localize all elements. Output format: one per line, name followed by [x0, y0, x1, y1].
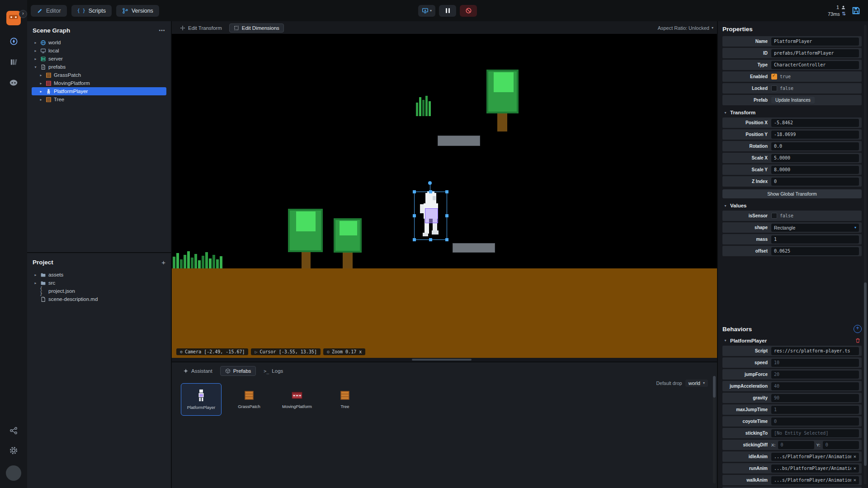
- tree-item-local[interactable]: ▸ local: [32, 47, 166, 55]
- speed-field[interactable]: 10: [771, 359, 859, 367]
- chevron-right-icon[interactable]: ▸: [39, 89, 43, 94]
- prefab-card-grasspatch[interactable]: GrassPatch: [229, 383, 269, 416]
- scale-x-field[interactable]: 5.0000: [771, 154, 859, 162]
- scene-tree-left-foliage[interactable]: [288, 209, 323, 252]
- scene-platform-lower[interactable]: [453, 243, 495, 253]
- position-x-field[interactable]: -5.8462: [771, 119, 859, 127]
- tab-edit-transform[interactable]: Edit Transform: [175, 23, 226, 33]
- project-item-src[interactable]: ▸ src: [32, 279, 166, 287]
- coyotetime-field[interactable]: 0: [771, 418, 859, 426]
- compass-nav-button[interactable]: [9, 36, 19, 46]
- chevron-right-icon[interactable]: ▸: [39, 73, 43, 77]
- mass-field[interactable]: 1: [771, 235, 859, 244]
- project-item-assets[interactable]: ▸ assets: [32, 271, 166, 279]
- script-field[interactable]: res://src/platform-player.ts: [771, 347, 859, 355]
- resize-handle-w[interactable]: [413, 214, 416, 217]
- share-button[interactable]: [9, 426, 19, 436]
- scale-y-field[interactable]: 8.0000: [771, 166, 859, 174]
- position-y-field[interactable]: -18.0699: [771, 131, 859, 139]
- library-nav-button[interactable]: [9, 57, 19, 67]
- rotation-field[interactable]: 0.0: [771, 142, 859, 150]
- user-count[interactable]: 1: [836, 5, 846, 10]
- runanim-field[interactable]: ...bs/PlatformPlayer/Animations/Run ×: [771, 465, 859, 473]
- transform-section-header[interactable]: ▾ Transform: [723, 110, 861, 115]
- scene-grass-patch-floating[interactable]: [416, 96, 431, 116]
- shape-select[interactable]: Rectangle ▾: [771, 224, 859, 232]
- inspector-scrollbar[interactable]: [864, 25, 867, 484]
- bottom-panel-scrollbar[interactable]: [713, 376, 716, 483]
- stickingdiff-y-field[interactable]: 0: [823, 441, 859, 449]
- enabled-checkbox[interactable]: [771, 74, 777, 80]
- collapse-rail-button[interactable]: ›: [19, 10, 27, 18]
- clear-icon[interactable]: ×: [853, 477, 856, 483]
- discord-nav-button[interactable]: [9, 78, 19, 88]
- issensor-checkbox[interactable]: [771, 213, 777, 219]
- scripts-button[interactable]: { } Scripts: [71, 5, 112, 17]
- type-field[interactable]: CharacterController: [771, 61, 859, 69]
- tab-assistant[interactable]: Assistant: [178, 366, 217, 376]
- aspect-ratio-dropdown[interactable]: Aspect Ratio: Unlocked ▾: [658, 25, 713, 31]
- tab-prefabs[interactable]: Prefabs: [220, 366, 256, 376]
- clear-icon[interactable]: ×: [853, 454, 856, 460]
- tree-item-movingplatform[interactable]: ▸ MovingPlatform: [32, 79, 166, 87]
- save-icon[interactable]: [851, 6, 861, 15]
- walkanim-field[interactable]: ...s/PlatformPlayer/Animations/Walk ×: [771, 476, 859, 484]
- chevron-down-icon[interactable]: ▾: [33, 65, 38, 69]
- overflow-menu-icon[interactable]: ⋯: [159, 27, 165, 34]
- chevron-right-icon[interactable]: ▸: [39, 98, 43, 102]
- tree-item-world[interactable]: ▸ world: [32, 38, 166, 47]
- z-index-field[interactable]: 0: [771, 178, 859, 186]
- tab-logs[interactable]: >_ Logs: [259, 366, 288, 376]
- resize-handle-sw[interactable]: [413, 238, 416, 241]
- locked-checkbox[interactable]: [771, 85, 777, 91]
- scrollbar-thumb[interactable]: [864, 282, 867, 466]
- scrollbar-thumb[interactable]: [412, 359, 472, 361]
- resize-handle-nw[interactable]: [413, 190, 416, 193]
- project-item-projectjson[interactable]: { } project.json: [32, 287, 166, 295]
- default-drop-select[interactable]: world ▾: [685, 380, 708, 387]
- clear-icon[interactable]: ×: [853, 465, 856, 472]
- tree-item-platformplayer-selected[interactable]: ▸ PlatformPlayer: [32, 87, 166, 95]
- chevron-right-icon[interactable]: ▸: [33, 41, 38, 45]
- chevron-right-icon[interactable]: ▸: [33, 57, 38, 61]
- gravity-field[interactable]: 90: [771, 394, 859, 402]
- scene-tree-mid-trunk[interactable]: [343, 253, 353, 268]
- id-field[interactable]: prefabs/PlatformPlayer: [771, 49, 859, 57]
- prefab-card-tree[interactable]: Tree: [325, 383, 365, 416]
- scene-tree-top-trunk[interactable]: [497, 113, 507, 131]
- horizontal-scrollbar[interactable]: [172, 358, 717, 361]
- selection-box[interactable]: [414, 192, 447, 240]
- tab-edit-dimensions[interactable]: Edit Dimensions: [229, 23, 284, 33]
- maxjumptime-field[interactable]: 1: [771, 406, 859, 414]
- prefab-card-platformplayer[interactable]: PlatformPlayer: [181, 383, 222, 416]
- resize-handle-e[interactable]: [445, 214, 448, 217]
- delete-behavior-icon[interactable]: [855, 338, 861, 343]
- scrollbar-thumb[interactable]: [713, 376, 716, 398]
- project-item-scenedescription[interactable]: scene-description.md: [32, 295, 166, 303]
- screen-share-button[interactable]: ▾: [418, 5, 435, 17]
- add-behavior-button[interactable]: +: [854, 325, 862, 333]
- chevron-right-icon[interactable]: ▸: [39, 81, 43, 85]
- scene-tree-mid-foliage[interactable]: [334, 218, 362, 253]
- resize-handle-s[interactable]: [429, 238, 432, 241]
- chevron-right-icon[interactable]: ▸: [33, 281, 38, 285]
- behavior-platformplayer-header[interactable]: ▾ PlatformPlayer: [723, 338, 861, 343]
- add-icon[interactable]: +: [161, 258, 165, 266]
- jumpforce-field[interactable]: 20: [771, 371, 859, 379]
- stickingdiff-x-field[interactable]: 0: [778, 441, 814, 449]
- update-instances-button[interactable]: Update Instances: [771, 97, 815, 103]
- tree-item-grasspatch[interactable]: ▸ GrassPatch: [32, 71, 166, 79]
- scene-viewport[interactable]: ⊕ Camera [-2.49, -15.67] ▷ Cursor [-3.55…: [172, 34, 717, 358]
- prefab-card-movingplatform[interactable]: MovingPlatform: [277, 383, 317, 416]
- resize-handle-ne[interactable]: [445, 190, 448, 193]
- scene-tree-top-foliage[interactable]: [486, 70, 519, 113]
- scene-grass-patch-left[interactable]: [173, 251, 222, 268]
- offset-field[interactable]: 0.0625: [771, 247, 859, 255]
- tree-item-prefabs[interactable]: ▾ prefabs: [32, 63, 166, 71]
- idleanim-field[interactable]: ...s/PlatformPlayer/Animations/Idle ×: [771, 453, 859, 461]
- editor-mode-button[interactable]: Editor: [31, 5, 67, 17]
- pause-button[interactable]: [439, 5, 456, 17]
- values-section-header[interactable]: ▾ Values: [723, 203, 861, 208]
- rotation-handle[interactable]: [428, 181, 432, 185]
- tree-item-server[interactable]: ▸ server: [32, 55, 166, 63]
